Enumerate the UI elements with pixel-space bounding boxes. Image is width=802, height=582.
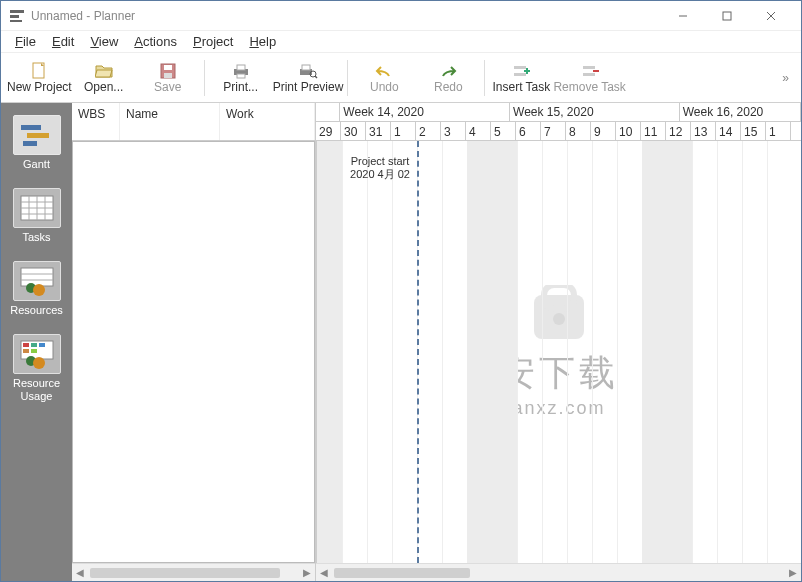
menu-view[interactable]: View bbox=[82, 32, 126, 51]
scroll-left-icon[interactable]: ◀ bbox=[72, 565, 88, 581]
undo-icon bbox=[374, 62, 394, 80]
svg-rect-4 bbox=[723, 12, 731, 20]
day-header-cell: 5 bbox=[491, 122, 516, 141]
svg-rect-18 bbox=[514, 66, 526, 69]
open-button[interactable]: Open... bbox=[72, 55, 136, 101]
toolbar: New Project Open... Save Print... Print … bbox=[1, 53, 801, 103]
menu-project[interactable]: Project bbox=[185, 32, 241, 51]
day-header-cell: 12 bbox=[666, 122, 691, 141]
svg-rect-9 bbox=[164, 65, 172, 70]
week-header-cell: Week 16, 2020 bbox=[680, 103, 801, 121]
column-header-name[interactable]: Name bbox=[120, 103, 220, 140]
column-header-work[interactable]: Work bbox=[220, 103, 315, 140]
day-header-cell: 10 bbox=[616, 122, 641, 141]
day-header-cell: 13 bbox=[691, 122, 716, 141]
day-header-cell: 15 bbox=[741, 122, 766, 141]
gantt-chart-area[interactable]: 安下载 anxz.com Project start2020 4月 02 bbox=[316, 141, 801, 563]
resource-usage-icon bbox=[13, 334, 61, 374]
svg-rect-12 bbox=[237, 65, 245, 70]
close-button[interactable] bbox=[749, 1, 793, 31]
folder-open-icon bbox=[94, 62, 114, 80]
save-icon bbox=[158, 62, 178, 80]
menubar: File Edit View Actions Project Help bbox=[1, 31, 801, 53]
insert-task-icon bbox=[511, 62, 531, 80]
day-header-cell: 7 bbox=[541, 122, 566, 141]
svg-rect-2 bbox=[10, 20, 22, 22]
menu-actions[interactable]: Actions bbox=[126, 32, 185, 51]
svg-rect-22 bbox=[583, 66, 595, 69]
gantt-pane: Week 14, 2020Week 15, 2020Week 16, 20202… bbox=[316, 103, 801, 581]
day-header-cell: 29 bbox=[316, 122, 341, 141]
column-header-wbs[interactable]: WBS bbox=[72, 103, 120, 140]
task-table-body[interactable] bbox=[72, 141, 315, 563]
redo-button[interactable]: Redo bbox=[416, 55, 480, 101]
day-header-cell: 9 bbox=[591, 122, 616, 141]
gantt-timeline-header[interactable]: Week 14, 2020Week 15, 2020Week 16, 20202… bbox=[316, 103, 801, 141]
svg-rect-26 bbox=[27, 133, 49, 138]
toolbar-overflow-button[interactable]: » bbox=[776, 71, 795, 85]
sidebar-item-resource-usage[interactable]: Resource Usage bbox=[6, 330, 68, 407]
window-title: Unnamed - Planner bbox=[31, 9, 661, 23]
insert-task-button[interactable]: Insert Task bbox=[489, 55, 553, 101]
menu-help[interactable]: Help bbox=[241, 32, 284, 51]
week-header-cell: Week 15, 2020 bbox=[510, 103, 680, 121]
day-header-cell: 31 bbox=[366, 122, 391, 141]
day-header-cell: 1 bbox=[391, 122, 416, 141]
scroll-right-icon[interactable]: ▶ bbox=[299, 565, 315, 581]
day-header-cell: 14 bbox=[716, 122, 741, 141]
scroll-left-icon[interactable]: ◀ bbox=[316, 565, 332, 581]
tasks-icon bbox=[13, 188, 61, 228]
sidebar-item-resources[interactable]: Resources bbox=[6, 257, 68, 320]
svg-rect-49 bbox=[544, 285, 574, 309]
svg-rect-13 bbox=[237, 74, 245, 78]
svg-rect-35 bbox=[21, 268, 53, 286]
view-sidebar: Gantt Tasks Resources Resource Usage bbox=[1, 103, 72, 581]
remove-task-button[interactable]: Remove Task bbox=[553, 55, 625, 101]
app-icon bbox=[9, 8, 25, 24]
sidebar-item-gantt[interactable]: Gantt bbox=[6, 111, 68, 174]
svg-rect-45 bbox=[31, 349, 37, 353]
svg-line-17 bbox=[315, 76, 317, 78]
svg-rect-10 bbox=[164, 73, 172, 78]
remove-task-icon bbox=[580, 62, 600, 80]
print-preview-icon bbox=[298, 62, 318, 80]
day-header-cell: 3 bbox=[441, 122, 466, 141]
menu-file[interactable]: File bbox=[7, 32, 44, 51]
task-table-pane: WBS Name Work ◀ ▶ bbox=[72, 103, 316, 581]
sidebar-item-tasks[interactable]: Tasks bbox=[6, 184, 68, 247]
day-header-cell: 8 bbox=[566, 122, 591, 141]
day-header-cell: 30 bbox=[341, 122, 366, 141]
svg-rect-15 bbox=[302, 65, 310, 70]
svg-rect-43 bbox=[39, 343, 45, 347]
print-button[interactable]: Print... bbox=[209, 55, 273, 101]
day-header-cell: 11 bbox=[641, 122, 666, 141]
print-preview-button[interactable]: Print Preview bbox=[273, 55, 344, 101]
scroll-right-icon[interactable]: ▶ bbox=[785, 565, 801, 581]
new-file-icon bbox=[29, 62, 49, 80]
new-project-button[interactable]: New Project bbox=[7, 55, 72, 101]
svg-rect-41 bbox=[23, 343, 29, 347]
week-header-cell: Week 14, 2020 bbox=[340, 103, 510, 121]
gantt-horizontal-scrollbar[interactable]: ◀ ▶ bbox=[316, 563, 801, 581]
svg-rect-1 bbox=[10, 15, 19, 18]
menu-edit[interactable]: Edit bbox=[44, 32, 82, 51]
table-horizontal-scrollbar[interactable]: ◀ ▶ bbox=[72, 563, 315, 581]
resources-icon bbox=[13, 261, 61, 301]
svg-rect-23 bbox=[583, 73, 595, 76]
week-header-cell bbox=[316, 103, 340, 121]
minimize-button[interactable] bbox=[661, 1, 705, 31]
undo-button[interactable]: Undo bbox=[352, 55, 416, 101]
svg-rect-19 bbox=[514, 73, 526, 76]
day-header-cell: 4 bbox=[466, 122, 491, 141]
gantt-icon bbox=[13, 115, 61, 155]
project-start-marker: Project start2020 4月 02 bbox=[345, 155, 415, 182]
svg-rect-44 bbox=[23, 349, 29, 353]
day-header-cell: 1 bbox=[766, 122, 791, 141]
print-icon bbox=[231, 62, 251, 80]
day-header-cell: 6 bbox=[516, 122, 541, 141]
maximize-button[interactable] bbox=[705, 1, 749, 31]
save-button[interactable]: Save bbox=[136, 55, 200, 101]
redo-icon bbox=[438, 62, 458, 80]
svg-point-39 bbox=[33, 284, 45, 296]
project-start-line bbox=[417, 141, 419, 563]
